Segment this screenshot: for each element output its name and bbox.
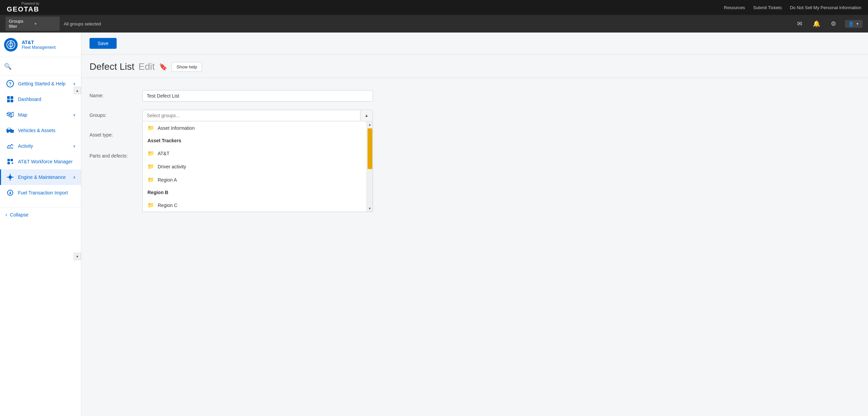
main-content: Save Defect List Edit 🔖 Show help Name: …	[81, 33, 868, 416]
asset-type-label: Asset type:	[90, 129, 137, 138]
page-title: Defect List	[90, 61, 134, 72]
svg-rect-17	[7, 148, 13, 148]
sidebar-item-activity[interactable]: Activity ∨	[0, 138, 81, 154]
resources-link[interactable]: Resources	[724, 5, 745, 10]
bookmark-icon[interactable]: 🔖	[159, 63, 167, 71]
groups-search-input[interactable]	[143, 110, 360, 121]
svg-rect-26	[7, 177, 8, 178]
groups-select-input[interactable]: ▲	[142, 110, 373, 121]
getting-started-chevron: ∨	[73, 82, 76, 86]
svg-rect-4	[11, 96, 13, 99]
sidebar-item-engine-maintenance[interactable]: Engine & Maintenance ∧	[0, 169, 81, 185]
svg-marker-9	[9, 114, 11, 117]
sidebar-item-dashboard[interactable]: Dashboard	[0, 91, 81, 107]
search-button[interactable]: 🔍	[4, 61, 77, 72]
sidebar-item-getting-started[interactable]: ? Getting Started & Help ∨	[0, 76, 81, 91]
svg-rect-3	[7, 96, 10, 99]
save-bar: Save	[81, 33, 868, 55]
map-icon	[6, 111, 14, 119]
dropdown-item-region-a[interactable]: 📁 Region A	[143, 173, 367, 186]
vehicles-label: Vehicles & Assets	[18, 128, 76, 133]
groups-dropdown-button[interactable]: ▲	[360, 110, 373, 121]
activity-icon	[6, 142, 14, 150]
groups-filter-select[interactable]: Groups filter ▼	[5, 17, 60, 31]
mail-icon[interactable]: ✉	[794, 18, 805, 29]
groups-label: Groups:	[90, 110, 137, 118]
svg-marker-8	[11, 112, 13, 117]
collapse-label: Collapse	[10, 212, 28, 217]
show-help-button[interactable]: Show help	[172, 62, 202, 72]
submit-tickets-link[interactable]: Submit Tickets	[753, 5, 782, 10]
company-sub: Fleet Management	[22, 45, 56, 50]
sidebar-scroll-up[interactable]: ▲	[74, 87, 81, 94]
svg-rect-5	[7, 100, 10, 102]
dropdown-item-asset-trackers[interactable]: Asset Trackers	[143, 134, 367, 147]
svg-point-23	[8, 175, 12, 179]
parts-defects-label: Parts and defects:	[90, 150, 137, 159]
dropdown-item-label: Asset Trackers	[147, 138, 181, 143]
svg-rect-19	[11, 159, 13, 161]
workforce-label: AT&T Workforce Manager	[18, 159, 76, 164]
page-title-edit: Edit	[138, 61, 155, 72]
scroll-thumb[interactable]	[368, 128, 372, 169]
dropdown-items-container: 📁 Asset Information Asset Trackers 📁 AT&…	[143, 121, 367, 212]
sidebar-header: AT&T Fleet Management	[0, 33, 81, 57]
folder-icon: 📁	[147, 163, 154, 170]
dropdown-item-driver-activity[interactable]: 📁 Driver activity	[143, 160, 367, 173]
map-label: Map	[18, 112, 69, 118]
sidebar-item-vehicles-assets[interactable]: Vehicles & Assets	[0, 123, 81, 138]
dropdown-item-region-b[interactable]: Region B	[143, 186, 367, 199]
all-groups-text: All groups selected	[64, 21, 101, 26]
dropdown-scrollbar: ▲ ▼	[367, 121, 373, 212]
groups-form-row: Groups: ▲ 📁 Asset Information	[90, 110, 860, 121]
sidebar-item-fuel-transaction[interactable]: Fuel Transaction Import	[0, 185, 81, 201]
sidebar-item-att-workforce[interactable]: AT&T Workforce Manager	[0, 154, 81, 169]
svg-rect-27	[12, 177, 14, 178]
svg-marker-10	[7, 113, 9, 116]
dropdown-item-label: Region B	[147, 190, 168, 195]
topbar-left: Powered by GEOTAB	[7, 2, 39, 13]
dropdown-item-label: Region A	[158, 177, 177, 183]
svg-rect-25	[10, 179, 11, 181]
dropdown-item-att[interactable]: 📁 AT&T	[143, 147, 367, 160]
sidebar-scroll-down[interactable]: ▼	[74, 253, 81, 260]
svg-rect-18	[7, 159, 10, 161]
scroll-down-arrow[interactable]: ▼	[368, 206, 372, 211]
dashboard-label: Dashboard	[18, 97, 76, 102]
workforce-icon	[6, 158, 14, 165]
page-divider	[81, 78, 868, 78]
svg-rect-22	[12, 162, 13, 164]
svg-rect-6	[11, 100, 13, 102]
name-input[interactable]	[142, 90, 373, 102]
name-label: Name:	[90, 90, 137, 98]
map-chevron: ∨	[73, 113, 76, 117]
dropdown-item-label: Asset Information	[158, 125, 195, 131]
engine-chevron: ∧	[73, 175, 76, 180]
save-button[interactable]: Save	[90, 38, 117, 49]
fuel-label: Fuel Transaction Import	[18, 190, 76, 195]
dashboard-icon	[6, 96, 14, 103]
groups-filter-label: Groups filter	[9, 19, 31, 29]
activity-label: Activity	[18, 143, 69, 149]
dropdown-item-asset-information[interactable]: 📁 Asset Information	[143, 121, 367, 134]
groups-dropdown-list: 📁 Asset Information Asset Trackers 📁 AT&…	[142, 121, 373, 212]
engine-icon	[6, 173, 14, 181]
collapse-button[interactable]: ‹ Collapse	[0, 207, 81, 222]
scroll-up-arrow[interactable]: ▲	[368, 122, 372, 127]
company-name: AT&T	[22, 40, 56, 45]
sidebar-item-map[interactable]: Map ∨	[0, 107, 81, 123]
do-not-sell-link[interactable]: Do Not Sell My Personal Information	[790, 5, 861, 10]
user-account-button[interactable]: 👤 ▼	[845, 20, 863, 28]
dropdown-item-region-c[interactable]: 📁 Region C	[143, 199, 367, 212]
folder-icon: 📁	[147, 176, 154, 183]
gear-icon[interactable]: ⚙	[828, 18, 839, 29]
bell-icon[interactable]: 🔔	[811, 18, 822, 29]
user-dropdown-chevron: ▼	[856, 22, 859, 26]
svg-point-14	[11, 131, 12, 133]
folder-icon: 📁	[147, 202, 154, 208]
page-header: Defect List Edit 🔖 Show help	[81, 55, 868, 72]
name-control-wrap	[142, 90, 860, 102]
folder-icon: 📁	[147, 125, 154, 131]
filterbar-right: ✉ 🔔 ⚙ 👤 ▼	[794, 18, 863, 29]
dropdown-item-label: Driver activity	[158, 164, 186, 169]
